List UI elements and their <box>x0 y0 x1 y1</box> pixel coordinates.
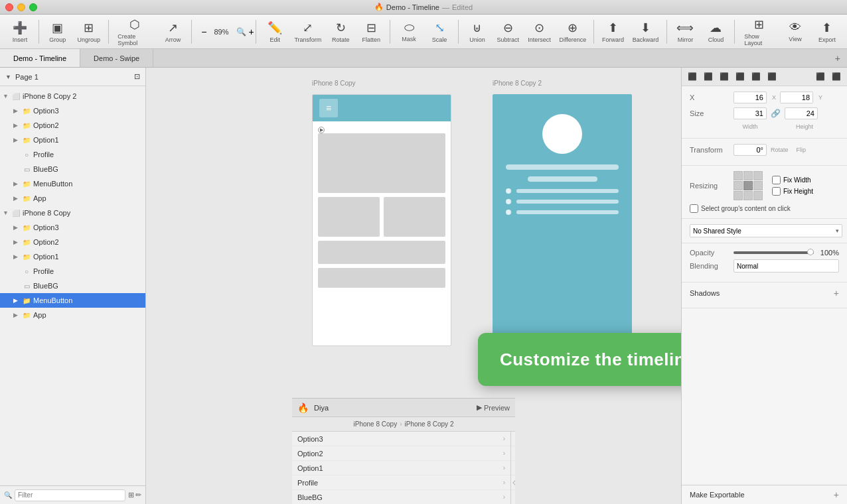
align-center-h-icon[interactable]: ⬛ <box>702 70 715 84</box>
edit-layer-icon[interactable]: ✏ <box>135 491 141 499</box>
size-row: Size 🔗 <box>690 107 839 119</box>
timeline-row-option1[interactable]: Option1 › <box>292 461 510 475</box>
layer-option1-1[interactable]: ▶ 📁 Option1 <box>0 133 145 147</box>
align-left-icon[interactable]: ⬛ <box>686 70 699 84</box>
timeline-tracks[interactable] <box>511 432 515 504</box>
rotate-input[interactable] <box>733 144 767 156</box>
layer-option3-1[interactable]: ▶ 📁 Option3 <box>0 103 145 118</box>
minimize-button[interactable] <box>17 3 25 11</box>
mask-button[interactable]: ⬭ Mask <box>394 18 424 45</box>
rotate-button[interactable]: ↻ Rotate <box>326 18 355 46</box>
subtract-icon: ⊖ <box>503 21 513 35</box>
group-icon: 📁 <box>22 253 31 261</box>
layer-option2-2[interactable]: ▶ 📁 Option2 <box>0 235 145 249</box>
distribute-h-icon[interactable]: ⬛ <box>814 70 827 84</box>
tab-timeline[interactable]: Demo - Timeline <box>0 49 80 67</box>
intersect-button[interactable]: ⊙ Intersect <box>524 18 555 46</box>
track-diamond-start[interactable] <box>512 479 515 486</box>
fix-width-checkbox[interactable] <box>772 176 781 184</box>
close-button[interactable] <box>5 3 13 11</box>
forward-button[interactable]: ⬆ Forward <box>598 18 627 46</box>
opacity-thumb[interactable] <box>807 249 814 255</box>
traffic-lights[interactable] <box>5 3 37 11</box>
zoom-plus[interactable]: + <box>249 27 254 37</box>
layer-menubutton-1[interactable]: ▶ 📁 MenuButton <box>0 176 145 191</box>
group-button[interactable]: ▣ Group <box>43 18 72 46</box>
align-bottom-icon[interactable]: ⬛ <box>765 70 779 84</box>
add-tab-button[interactable]: + <box>828 49 847 67</box>
distribute-v-icon[interactable]: ⬛ <box>830 70 843 84</box>
timeline-row-profile[interactable]: Profile › <box>292 475 510 490</box>
difference-button[interactable]: ⊕ Difference <box>556 18 589 46</box>
preview-button[interactable]: ▶ Preview <box>477 403 510 412</box>
zoom-control[interactable]: − 89% 🔍 + <box>196 24 252 40</box>
chain-icon[interactable]: 🔗 <box>771 109 781 118</box>
list-line-2 <box>516 200 619 204</box>
blending-select[interactable]: Normal <box>733 259 839 273</box>
select-group-checkbox[interactable] <box>690 204 698 213</box>
layer-iphone8-copy2[interactable]: ▼ ⬜ iPhone 8 Copy 2 <box>0 89 145 103</box>
union-button[interactable]: ⊎ Union <box>463 18 492 46</box>
artboard-2[interactable] <box>493 94 632 346</box>
align-center-v-icon[interactable]: ⬛ <box>749 70 763 84</box>
ungroup-button[interactable]: ⊞ Ungroup <box>74 18 104 46</box>
x-input[interactable] <box>733 92 767 103</box>
arrow-button[interactable]: ↗ Arrow <box>158 18 187 46</box>
zoom-level: 89% <box>210 28 234 36</box>
cloud-button[interactable]: ☁ Cloud <box>701 18 730 46</box>
align-right-icon[interactable]: ⬛ <box>718 70 731 84</box>
breadcrumb-separator: › <box>400 420 402 428</box>
transform-button[interactable]: ⤢ Transform <box>291 18 325 46</box>
canvas-area[interactable]: iPhone 8 Copy iPhone 8 Copy 2 ≡ ▶ <box>146 68 681 504</box>
export-button[interactable]: ⬆ Export <box>812 18 842 46</box>
create-symbol-button[interactable]: ⬡ Create Symbol <box>112 15 157 49</box>
timeline-row-bluebg[interactable]: BlueBG › <box>292 490 510 504</box>
artboard-1[interactable]: ≡ ▶ <box>312 94 451 346</box>
width-input[interactable] <box>733 107 767 119</box>
backward-button[interactable]: ⬇ Backward <box>629 18 662 46</box>
layer-iphone8-copy[interactable]: ▼ ⬜ iPhone 8 Copy <box>0 206 145 220</box>
timeline-row-option2[interactable]: Option2 › <box>292 446 510 461</box>
tab-swipe[interactable]: Demo - Swipe <box>80 49 153 67</box>
insert-button[interactable]: ➕ Insert <box>5 18 35 46</box>
layer-app-1[interactable]: ▶ 📁 App <box>0 191 145 206</box>
search-input[interactable] <box>15 489 125 501</box>
layer-menubutton-2-selected[interactable]: ▶ 📁 MenuButton <box>0 293 145 308</box>
show-layout-button[interactable]: ⊞ Show Layout <box>739 15 779 49</box>
fix-height-checkbox[interactable] <box>772 187 781 196</box>
blending-row: Blending Normal <box>690 259 839 273</box>
height-input[interactable] <box>785 107 818 119</box>
align-top-icon[interactable]: ⬛ <box>733 70 747 84</box>
edit-button[interactable]: ✏️ Edit <box>260 18 289 46</box>
layer-option1-2[interactable]: ▶ 📁 Option1 <box>0 249 145 264</box>
circle-icon: ○ <box>22 151 31 158</box>
shared-style-select[interactable]: No Shared Style <box>690 224 842 237</box>
mirror-button[interactable]: ⟺ Mirror <box>670 18 700 46</box>
tab-bar: Demo - Timeline Demo - Swipe + <box>0 49 847 68</box>
shared-style-row: No Shared Style ▾ <box>690 224 839 237</box>
subtract-button[interactable]: ⊖ Subtract <box>493 18 523 46</box>
view-button[interactable]: 👁 View <box>781 18 810 45</box>
layer-option3-2[interactable]: ▶ 📁 Option3 <box>0 220 145 235</box>
maximize-button[interactable] <box>29 3 37 11</box>
layer-bluebg-1[interactable]: ▭ BlueBG <box>0 162 145 176</box>
add-shadow-button[interactable]: + <box>834 288 839 298</box>
page-header[interactable]: ▼ Page 1 ⊡ <box>0 68 145 86</box>
opacity-slider[interactable] <box>733 251 814 254</box>
search-actions: ⊞ ✏ <box>128 491 141 499</box>
layer-name: iPhone 8 Copy 2 <box>23 92 76 100</box>
layer-profile-2[interactable]: ○ Profile <box>0 264 145 279</box>
add-exportable-button[interactable]: + <box>834 489 839 500</box>
timeline-row-option3[interactable]: Option3 › <box>292 432 510 446</box>
y-input[interactable] <box>780 92 813 103</box>
page-selector[interactable]: Page 1 <box>15 73 38 81</box>
zoom-minus[interactable]: − <box>201 27 206 37</box>
add-layer-icon[interactable]: ⊞ <box>128 491 134 499</box>
layer-profile-1[interactable]: ○ Profile <box>0 147 145 162</box>
flatten-button[interactable]: ⊟ Flatten <box>356 18 386 46</box>
layer-bluebg-2[interactable]: ▭ BlueBG <box>0 279 145 293</box>
group-icon: 📁 <box>22 122 31 129</box>
layer-app-2[interactable]: ▶ 📁 App <box>0 308 145 322</box>
layer-option2-1[interactable]: ▶ 📁 Option2 <box>0 118 145 133</box>
scale-button[interactable]: ⤡ Scale <box>425 18 454 46</box>
